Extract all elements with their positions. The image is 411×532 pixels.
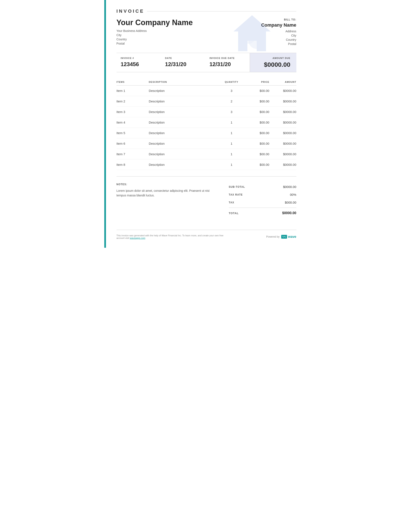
item-amount-cell: $0000.00: [269, 117, 296, 128]
table-row: Item 5 Description 1 $00.00 $0000.00: [117, 128, 296, 138]
sender-city: City: [117, 33, 193, 37]
invoice-title: INVOICE: [117, 9, 296, 14]
item-desc-cell: Description: [149, 107, 221, 117]
item-price-cell: $00.00: [242, 86, 269, 96]
tax-rate-row: TAX RATE 00%: [229, 191, 296, 199]
col-header-amount: AMOUNT: [269, 79, 296, 86]
bill-to-details: Address City Country Postal: [261, 29, 296, 46]
item-name-cell: Item 8: [117, 160, 149, 170]
item-amount-cell: $0000.00: [269, 138, 296, 149]
powered-by-text: Powered by: [266, 235, 280, 238]
invoice-number-label: INVOICE #: [121, 57, 157, 59]
table-row: Item 7 Description 1 $00.00 $0000.00: [117, 149, 296, 160]
item-name-cell: Item 2: [117, 96, 149, 107]
item-name-cell: Item 1: [117, 86, 149, 96]
footer: This invoice was generated with the help…: [117, 230, 296, 239]
item-desc-cell: Description: [149, 117, 221, 128]
bill-to-address: Address: [261, 29, 296, 33]
bill-to-company-name: Company Name: [261, 22, 296, 28]
due-date-value: 12/31/20: [209, 61, 245, 67]
bottom-section: NOTES: Lorem ipsum dolor sit amet, conse…: [117, 176, 296, 217]
item-price-cell: $00.00: [242, 107, 269, 117]
invoice-number-value: 123456: [121, 61, 157, 67]
item-price-cell: $00.00: [242, 128, 269, 138]
item-qty-cell: 1: [221, 117, 242, 128]
tax-rate-label: TAX RATE: [229, 193, 243, 196]
invoice-title-text: INVOICE: [117, 9, 144, 14]
total-label: TOTAL: [229, 212, 239, 215]
item-qty-cell: 1: [221, 160, 242, 170]
date-field: DATE 12/31/20: [161, 53, 205, 72]
wave-logo-text: wave: [288, 235, 296, 239]
sender-details: Your Business Address City Country Posta…: [117, 29, 193, 45]
amount-due-box: AMOUNT DUE $0000.00: [250, 53, 296, 72]
header-two-col: Your Company Name Your Business Address …: [117, 18, 296, 47]
item-desc-cell: Description: [149, 149, 221, 160]
header-section: INVOICE Your Company Name Your Business …: [117, 9, 296, 53]
item-qty-cell: 1: [221, 149, 242, 160]
invoice-number-field: INVOICE # 123456: [117, 53, 161, 72]
sender-company-name: Your Company Name: [117, 18, 193, 27]
item-amount-cell: $0000.00: [269, 86, 296, 96]
item-amount-cell: $0000.00: [269, 96, 296, 107]
sender-address: Your Business Address: [117, 29, 193, 33]
wave-logo: wave: [281, 235, 296, 239]
item-desc-cell: Description: [149, 96, 221, 107]
due-date-label: INVOICE DUE DATE: [209, 57, 245, 59]
item-desc-cell: Description: [149, 86, 221, 96]
bill-to-country: Country: [261, 38, 296, 41]
tax-row: TAX $000.00: [229, 199, 296, 206]
table-row: Item 3 Description 3 $00.00 $0000.00: [117, 107, 296, 117]
item-price-cell: $00.00: [242, 149, 269, 160]
subtotal-label: SUB-TOTAL: [229, 185, 245, 188]
col-header-quantity: QUANTITY: [221, 79, 242, 86]
subtotal-row: SUB-TOTAL $0000.00: [229, 183, 296, 191]
total-value: $0000.00: [282, 211, 296, 215]
totals-divider: [229, 208, 296, 208]
footer-powered: Powered by wave: [266, 235, 296, 239]
subtotal-value: $0000.00: [283, 185, 296, 189]
totals-section: SUB-TOTAL $0000.00 TAX RATE 00% TAX $000…: [229, 183, 296, 217]
col-header-items: ITEMS: [117, 79, 149, 86]
bill-to-city: City: [261, 34, 296, 37]
notes-label: NOTES:: [117, 183, 215, 186]
bill-to-label: BILL TO:: [261, 18, 296, 21]
footer-text: This invoice was generated with the help…: [117, 234, 224, 239]
item-amount-cell: $0000.00: [269, 128, 296, 138]
sender-info: Your Company Name Your Business Address …: [117, 18, 193, 46]
item-name-cell: Item 3: [117, 107, 149, 117]
accent-bar: [104, 0, 106, 248]
item-price-cell: $00.00: [242, 117, 269, 128]
item-qty-cell: 3: [221, 86, 242, 96]
table-row: Item 1 Description 3 $00.00 $0000.00: [117, 86, 296, 96]
item-name-cell: Item 7: [117, 149, 149, 160]
items-section: ITEMS DESCRIPTION QUANTITY PRICE AMOUNT …: [117, 79, 296, 170]
bill-to-postal: Postal: [261, 42, 296, 46]
item-price-cell: $00.00: [242, 96, 269, 107]
item-amount-cell: $0000.00: [269, 160, 296, 170]
invoice-meta: INVOICE # 123456 DATE 12/31/20 INVOICE D…: [117, 53, 296, 72]
item-price-cell: $00.00: [242, 138, 269, 149]
bill-to-section: BILL TO: Company Name Address City Count…: [261, 18, 296, 47]
amount-due-value: $0000.00: [256, 61, 290, 68]
item-desc-cell: Description: [149, 160, 221, 170]
item-name-cell: Item 4: [117, 117, 149, 128]
amount-due-label: AMOUNT DUE: [256, 57, 290, 59]
item-desc-cell: Description: [149, 128, 221, 138]
total-row: TOTAL $0000.00: [229, 209, 296, 217]
table-row: Item 4 Description 1 $00.00 $0000.00: [117, 117, 296, 128]
col-header-price: PRICE: [242, 79, 269, 86]
wave-logo-icon: [281, 235, 287, 239]
item-price-cell: $00.00: [242, 160, 269, 170]
item-qty-cell: 3: [221, 107, 242, 117]
table-header-row: ITEMS DESCRIPTION QUANTITY PRICE AMOUNT: [117, 79, 296, 86]
tax-label: TAX: [229, 201, 234, 204]
col-header-description: DESCRIPTION: [149, 79, 221, 86]
date-value: 12/31/20: [165, 61, 201, 67]
date-label: DATE: [165, 57, 201, 59]
footer-link[interactable]: waveapps.com: [130, 237, 145, 239]
notes-text: Lorem ipsum dolor sit amet, consectetur …: [117, 188, 215, 198]
table-row: Item 2 Description 2 $00.00 $0000.00: [117, 96, 296, 107]
item-name-cell: Item 5: [117, 128, 149, 138]
sender-country: Country: [117, 38, 193, 41]
